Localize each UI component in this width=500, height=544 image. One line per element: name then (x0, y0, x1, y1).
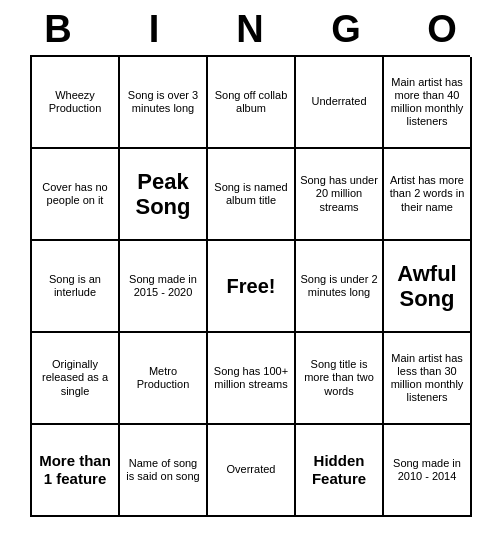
bingo-cell: Song made in 2010 - 2014 (384, 425, 472, 517)
bingo-cell: Song is an interlude (32, 241, 120, 333)
bingo-letter: B (14, 8, 102, 51)
bingo-cell: Overrated (208, 425, 296, 517)
bingo-cell: Song off collab album (208, 57, 296, 149)
bingo-letter: N (206, 8, 294, 51)
bingo-cell: Metro Production (120, 333, 208, 425)
bingo-cell: Song has under 20 million streams (296, 149, 384, 241)
bingo-cell: Song is under 2 minutes long (296, 241, 384, 333)
bingo-cell: Underrated (296, 57, 384, 149)
bingo-cell: Free! (208, 241, 296, 333)
bingo-cell: Peak Song (120, 149, 208, 241)
bingo-cell: Main artist has less than 30 million mon… (384, 333, 472, 425)
bingo-letter: I (110, 8, 198, 51)
bingo-cell: Originally released as a single (32, 333, 120, 425)
bingo-cell: Song is over 3 minutes long (120, 57, 208, 149)
bingo-cell: Song has 100+ million streams (208, 333, 296, 425)
bingo-cell: Song made in 2015 - 2020 (120, 241, 208, 333)
bingo-cell: Hidden Feature (296, 425, 384, 517)
bingo-cell: Name of song is said on song (120, 425, 208, 517)
bingo-letter: O (398, 8, 486, 51)
bingo-cell: Main artist has more than 40 million mon… (384, 57, 472, 149)
bingo-letter: G (302, 8, 390, 51)
bingo-cell: Awful Song (384, 241, 472, 333)
bingo-cell: Wheezy Production (32, 57, 120, 149)
bingo-cell: Cover has no people on it (32, 149, 120, 241)
bingo-cell: Artist has more than 2 words in their na… (384, 149, 472, 241)
bingo-grid: Wheezy ProductionSong is over 3 minutes … (30, 55, 470, 517)
bingo-cell: Song title is more than two words (296, 333, 384, 425)
bingo-header: BINGO (10, 0, 490, 55)
bingo-cell: Song is named album title (208, 149, 296, 241)
bingo-cell: More than 1 feature (32, 425, 120, 517)
